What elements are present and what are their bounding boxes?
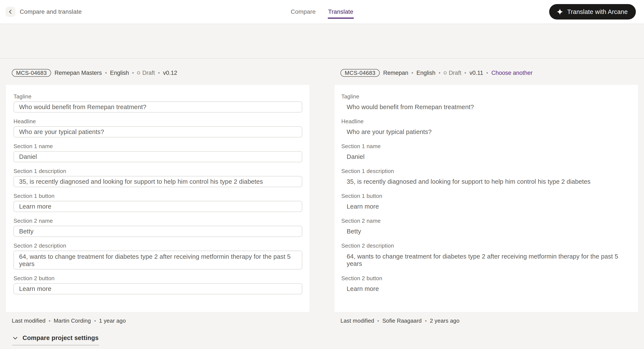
field-label: Section 1 description <box>341 168 631 174</box>
field-label: Tagline <box>341 93 631 100</box>
field-label: Tagline <box>14 93 302 100</box>
field-group: Section 1 description <box>14 168 302 187</box>
draft-circle-icon <box>137 71 140 74</box>
field-label: Section 1 name <box>14 143 302 149</box>
draft-circle-icon <box>444 71 447 74</box>
field-input[interactable] <box>14 283 302 294</box>
field-input[interactable] <box>14 201 302 212</box>
comparison-document-card: TaglineWho would benefit from Remepan tr… <box>335 85 638 312</box>
last-modified-author: Sofie Raagaard <box>382 318 422 324</box>
field-group: Section 2 buttonLearn more <box>341 275 631 294</box>
dot-separator <box>49 320 50 322</box>
dot-separator <box>158 72 160 73</box>
subheader-band <box>0 24 644 59</box>
field-group: Section 1 button <box>14 193 302 212</box>
sparkle-icon <box>556 8 563 15</box>
field-input[interactable] <box>14 176 302 187</box>
field-input[interactable] <box>14 151 302 162</box>
field-group: Section 2 description64, wants to change… <box>14 243 302 270</box>
field-label: Section 1 button <box>341 193 631 199</box>
doc-status: Draft <box>137 70 155 76</box>
compare-settings-label: Compare project settings <box>22 335 99 342</box>
source-document-card: TaglineHeadlineSection 1 nameSection 1 d… <box>6 85 309 312</box>
tab-compare[interactable]: Compare <box>291 8 316 15</box>
doc-code-badge: MCS-04683 <box>12 69 51 77</box>
field-group: TaglineWho would benefit from Remepan tr… <box>341 93 631 113</box>
last-modified-time: 2 years ago <box>430 318 460 324</box>
field-label: Section 1 name <box>341 143 631 149</box>
doc-meta-right: MCS-04683 Remepan English Draft v0.11 Ch… <box>340 69 638 77</box>
doc-version: v0.12 <box>163 70 177 76</box>
dot-separator <box>412 72 413 73</box>
dot-separator <box>378 320 379 322</box>
top-header: Compare and translate Compare Translate … <box>0 0 644 24</box>
chevron-left-icon <box>8 9 13 14</box>
field-group: Section 1 nameDaniel <box>341 143 631 162</box>
last-modified-time: 1 year ago <box>99 318 126 324</box>
translate-with-arcane-button[interactable]: Translate with Arcane <box>549 4 636 19</box>
doc-status: Draft <box>444 70 462 76</box>
last-modified-author: Martin Cording <box>54 318 91 324</box>
field-value: 64, wants to change treatment for diabet… <box>341 251 631 270</box>
field-label: Section 2 description <box>341 243 631 249</box>
doc-status-label: Draft <box>142 70 155 76</box>
last-modified-left: Last modified Martin Cording 1 year ago <box>12 318 309 324</box>
field-group: Section 2 button <box>14 275 302 294</box>
field-group: Section 2 name <box>14 218 302 237</box>
field-value: 35, is recently diagnosed and looking fo… <box>341 176 631 187</box>
field-textarea[interactable]: 64, wants to change treatment for diabet… <box>14 251 302 270</box>
choose-another-link[interactable]: Choose another <box>491 70 532 76</box>
chevron-down-icon <box>12 335 18 341</box>
field-group: Section 1 buttonLearn more <box>341 193 631 212</box>
field-label: Section 2 name <box>341 218 631 224</box>
last-modified-label: Last modified <box>340 318 374 324</box>
doc-version: v0.11 <box>470 70 483 76</box>
right-document-column: MCS-04683 Remepan English Draft v0.11 Ch… <box>335 69 638 345</box>
field-value: Learn more <box>341 283 631 294</box>
doc-code-badge: MCS-04683 <box>340 69 380 77</box>
field-group: Tagline <box>14 93 302 113</box>
left-document-column: MCS-04683 Remepan Masters English Draft … <box>6 69 309 345</box>
field-value: Learn more <box>341 201 631 212</box>
field-label: Section 2 name <box>14 218 302 224</box>
field-value: Who would benefit from Remepan treatment… <box>341 101 631 113</box>
view-tabs: Compare Translate <box>291 0 353 23</box>
dot-separator <box>94 320 96 322</box>
field-label: Section 1 description <box>14 168 302 174</box>
field-group: Section 2 description64, wants to change… <box>341 243 631 270</box>
doc-meta-left: MCS-04683 Remepan Masters English Draft … <box>12 69 309 77</box>
tab-translate[interactable]: Translate <box>328 8 353 15</box>
cta-label: Translate with Arcane <box>567 8 628 15</box>
last-modified-right: Last modified Sofie Raagaard 2 years ago <box>340 318 638 324</box>
field-group: Headline <box>14 118 302 137</box>
readonly-fields: TaglineWho would benefit from Remepan tr… <box>341 93 631 294</box>
doc-name: Remepan <box>383 70 408 76</box>
field-input[interactable] <box>14 126 302 137</box>
field-label: Headline <box>341 118 631 125</box>
doc-language: English <box>110 70 129 76</box>
field-group: HeadlineWho are your typical patients? <box>341 118 631 137</box>
field-label: Headline <box>14 118 302 125</box>
dot-separator <box>425 320 426 322</box>
doc-status-label: Draft <box>449 70 462 76</box>
page-title: Compare and translate <box>20 8 82 15</box>
last-modified-label: Last modified <box>12 318 46 324</box>
field-value: Who are your typical patients? <box>341 126 631 137</box>
dot-separator <box>486 72 488 73</box>
field-label: Section 2 button <box>14 275 302 282</box>
editable-fields: TaglineHeadlineSection 1 nameSection 1 d… <box>14 93 302 294</box>
dot-separator <box>465 72 466 73</box>
field-label: Section 2 button <box>341 275 631 282</box>
field-label: Section 2 description <box>14 243 302 249</box>
field-group: Section 1 description35, is recently dia… <box>341 168 631 187</box>
field-group: Section 1 name <box>14 143 302 162</box>
compare-project-settings-toggle[interactable]: Compare project settings <box>12 335 99 345</box>
doc-language: English <box>416 70 436 76</box>
field-input[interactable] <box>14 101 302 113</box>
dot-separator <box>439 72 440 73</box>
dot-separator <box>132 72 134 73</box>
field-input[interactable] <box>14 226 302 237</box>
back-button[interactable] <box>6 7 16 17</box>
field-label: Section 1 button <box>14 193 302 199</box>
dot-separator <box>105 72 106 73</box>
